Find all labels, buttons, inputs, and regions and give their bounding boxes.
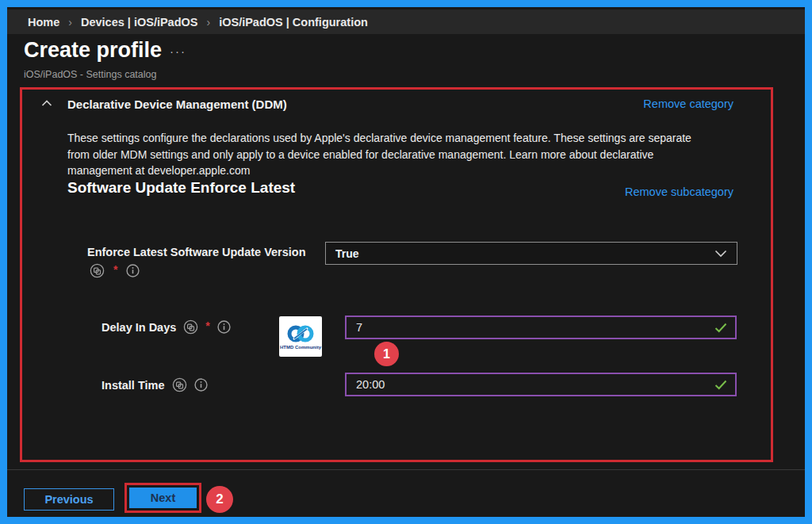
htmd-logo-caption: HTMD Community xyxy=(280,345,321,350)
delay-days-label: Delay In Days xyxy=(102,321,176,334)
breadcrumb-separator-icon: › xyxy=(206,16,210,29)
remove-category-link[interactable]: Remove category xyxy=(643,98,733,110)
annotation-step-1-badge: 1 xyxy=(374,342,399,366)
category-description: These settings configure the declaration… xyxy=(67,130,700,179)
required-asterisk: * xyxy=(205,320,209,331)
enforce-version-label-icons: * xyxy=(90,263,140,278)
enforce-version-dropdown-value: True xyxy=(335,247,359,260)
delay-days-label-row: Delay In Days * xyxy=(102,319,231,335)
info-icon[interactable] xyxy=(126,264,140,277)
valid-check-icon xyxy=(714,380,727,390)
delay-days-field xyxy=(345,316,737,339)
htmd-community-logo: HTMD Community xyxy=(279,316,322,357)
enforce-version-label: Enforce Latest Software Update Version xyxy=(87,246,329,258)
category-title: Declarative Device Management (DDM) xyxy=(67,98,287,111)
valid-check-icon xyxy=(714,323,727,333)
breadcrumb-separator-icon: › xyxy=(68,16,72,29)
page-subtitle: iOS/iPadOS - Settings catalog xyxy=(24,69,156,80)
intune-create-profile-screen: Home › Devices | iOS/iPadOS › iOS/iPadOS… xyxy=(0,0,812,524)
remove-subcategory-link[interactable]: Remove subcategory xyxy=(625,186,733,198)
install-time-field xyxy=(345,373,737,396)
collapse-chevron-up-icon[interactable] xyxy=(41,100,52,107)
breadcrumb-item-home[interactable]: Home xyxy=(28,16,59,29)
page-title: Create profile xyxy=(24,38,162,63)
next-button[interactable]: Next xyxy=(129,488,197,508)
breadcrumb-item-devices-ios[interactable]: Devices | iOS/iPadOS xyxy=(81,16,198,29)
info-icon[interactable] xyxy=(217,320,231,334)
install-time-input[interactable] xyxy=(347,374,714,395)
next-button-highlight-ring: Next xyxy=(124,483,201,513)
more-options-button[interactable]: ··· xyxy=(170,44,186,58)
delay-days-input[interactable] xyxy=(347,317,714,338)
htmd-logo-mark xyxy=(286,324,315,343)
info-icon[interactable] xyxy=(194,378,208,392)
footer-divider xyxy=(7,469,805,470)
setting-policy-icon xyxy=(183,319,198,335)
setting-policy-icon xyxy=(90,263,105,278)
breadcrumb-item-ios-configuration[interactable]: iOS/iPadOS | Configuration xyxy=(219,16,368,29)
enforce-version-dropdown[interactable]: True xyxy=(325,242,737,265)
previous-button[interactable]: Previous xyxy=(24,488,114,511)
required-asterisk: * xyxy=(113,264,117,275)
chevron-down-icon xyxy=(714,250,727,258)
category-highlight-box: Declarative Device Management (DDM) Remo… xyxy=(20,87,773,462)
subcategory-title: Software Update Enforce Latest xyxy=(67,179,295,197)
install-time-label: Install Time xyxy=(102,379,165,392)
breadcrumb: Home › Devices | iOS/iPadOS › iOS/iPadOS… xyxy=(7,10,805,34)
annotation-step-2-badge: 2 xyxy=(206,486,233,513)
setting-policy-icon xyxy=(172,377,187,392)
install-time-label-row: Install Time xyxy=(102,377,208,392)
